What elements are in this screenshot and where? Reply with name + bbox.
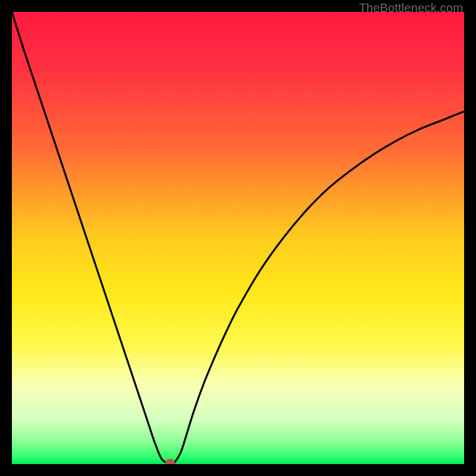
gradient-background (12, 12, 464, 464)
watermark-text: TheBottleneck.com (359, 1, 463, 15)
chart-frame (12, 12, 464, 464)
plot-svg (12, 12, 464, 464)
